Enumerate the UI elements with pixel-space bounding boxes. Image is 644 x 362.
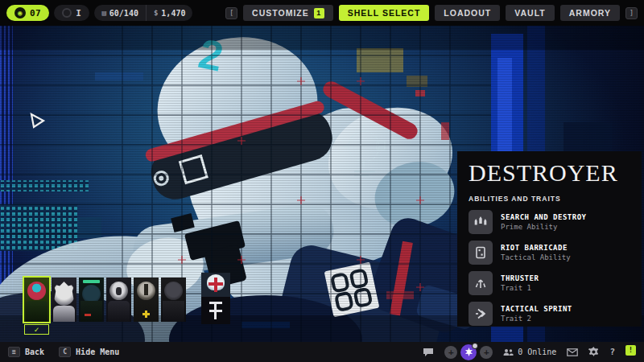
top-bar: ◉ 07 I ▤ 60/140 $ 1,470 [ CUSTOMI — [0, 0, 644, 26]
storage-stat: ▤ 60/140 — [94, 5, 146, 21]
shell-info-panel: DESTROYER ABILITIES AND TRAITS SEARCH AN… — [457, 151, 642, 327]
help-icon[interactable]: ? — [609, 347, 615, 357]
customize-notification-badge: 1 — [314, 8, 324, 19]
ability-type: Trait 1 — [501, 284, 539, 292]
shell-select-screen: 2 — [0, 0, 644, 362]
tab-customize[interactable]: CUSTOMIZE 1 — [243, 5, 333, 21]
ability-row-tactical[interactable]: RIOT BARRICADE Tactical Ability — [469, 241, 630, 265]
abilities-section-title: ABILITIES AND TRAITS — [469, 195, 630, 203]
selected-check: ✓ — [24, 324, 49, 335]
shell-thumbnail-2[interactable] — [52, 278, 76, 322]
party-slot-add-1[interactable]: + — [444, 346, 457, 359]
shell-thumbnail-list — [24, 278, 186, 322]
thruster-icon — [469, 271, 493, 295]
tab-vault-label: VAULT — [514, 8, 545, 18]
back-label: Back — [25, 348, 44, 356]
game-logo-icon: ◉ — [14, 7, 26, 19]
tab-armory[interactable]: ARMORY — [560, 5, 620, 21]
shell-thumbnail-5[interactable] — [134, 278, 159, 322]
ability-row-trait1[interactable]: THRUSTER Trait 1 — [469, 271, 630, 295]
hide-menu-button[interactable]: C Hide Menu — [59, 347, 119, 357]
currency-group: ▤ 60/140 $ 1,470 — [94, 5, 192, 21]
prev-tab-key[interactable]: [ — [225, 7, 237, 19]
tab-shell-select-label: SHELL SELECT — [348, 8, 421, 18]
ability-name: SEARCH AND DESTROY — [501, 213, 587, 221]
rank-badge[interactable]: I — [54, 5, 89, 21]
online-counter: 0 Online — [503, 348, 556, 356]
sprint-icon — [469, 302, 493, 326]
shell-thumbnail-4[interactable] — [106, 278, 131, 322]
player-party-avatar[interactable] — [460, 344, 477, 360]
shell-thumbnail-6[interactable] — [161, 278, 186, 322]
mouse-cursor — [29, 113, 47, 130]
ability-type: Tactical Ability — [501, 253, 571, 261]
credits-value: 1,470 — [161, 9, 185, 18]
credits-icon: $ — [154, 9, 158, 17]
next-tab-key[interactable]: ] — [625, 7, 638, 19]
party-status-badge — [472, 343, 478, 349]
rank-progress-icon — [62, 8, 72, 18]
rank-value: I — [76, 8, 81, 19]
tab-customize-label: CUSTOMIZE — [252, 8, 309, 18]
storage-icon: ▤ — [101, 9, 105, 17]
online-status-text: 0 Online — [518, 348, 556, 356]
player-level: 07 — [30, 8, 41, 19]
settings-gear-icon[interactable] — [588, 347, 599, 357]
hide-menu-key-icon: C — [59, 347, 71, 357]
missiles-icon — [469, 210, 493, 234]
shell-thumbnail-destroyer[interactable] — [24, 278, 49, 322]
tab-shell-select[interactable]: SHELL SELECT — [339, 5, 430, 21]
mail-icon[interactable] — [567, 348, 578, 356]
back-key-icon: ≡ — [8, 347, 20, 357]
barricade-icon — [469, 241, 493, 265]
check-icon: ✓ — [34, 326, 39, 334]
ability-name: RIOT BARRICADE — [501, 244, 571, 252]
shell-thumbnail-7[interactable] — [201, 273, 230, 324]
tab-armory-label: ARMORY — [569, 8, 611, 18]
hide-menu-label: Hide Menu — [76, 348, 119, 356]
shell-name-title: DESTROYER — [469, 161, 630, 185]
tab-loadout-label: LOADOUT — [444, 8, 491, 18]
party-widget: + + — [444, 344, 493, 360]
storage-value: 60/140 — [109, 9, 138, 18]
party-slot-add-2[interactable]: + — [480, 346, 493, 359]
back-button[interactable]: ≡ Back — [8, 347, 44, 357]
credits-stat: $ 1,470 — [146, 5, 193, 21]
ability-row-trait2[interactable]: TACTICAL SPRINT Trait 2 — [469, 302, 630, 326]
shell-thumbnail-3[interactable] — [79, 278, 104, 322]
players-icon — [503, 348, 514, 356]
ability-name: TACTICAL SPRINT — [501, 305, 572, 313]
ability-type: Prime Ability — [501, 223, 587, 231]
bottom-bar: ≡ Back C Hide Menu + + — [0, 342, 644, 362]
chat-icon[interactable] — [423, 348, 434, 357]
alert-badge[interactable]: ! — [625, 345, 636, 356]
player-level-badge[interactable]: ◉ 07 — [6, 5, 49, 21]
tab-loadout[interactable]: LOADOUT — [435, 5, 500, 21]
ability-row-prime[interactable]: SEARCH AND DESTROY Prime Ability — [469, 210, 630, 234]
ability-type: Trait 2 — [501, 315, 572, 323]
ability-name: THRUSTER — [501, 274, 539, 282]
tab-vault[interactable]: VAULT — [506, 5, 554, 21]
